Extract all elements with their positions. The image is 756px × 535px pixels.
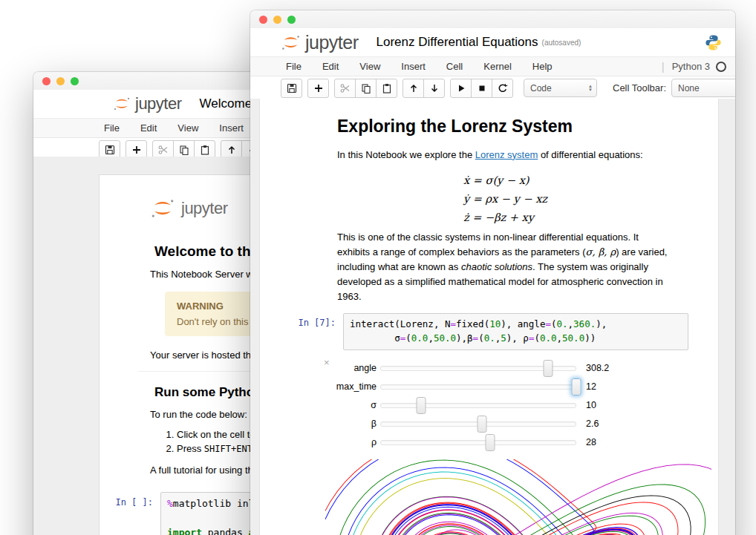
jupyter-wordmark: jupyter <box>305 32 359 53</box>
zoom-window-button[interactable] <box>287 16 296 24</box>
menu-file[interactable]: File <box>276 61 312 72</box>
jupyter-logo[interactable]: jupyter <box>281 32 359 53</box>
add-cell-button[interactable] <box>307 79 329 98</box>
equation-3: ż = −βz + xy <box>463 209 547 227</box>
slider-track[interactable] <box>380 440 576 445</box>
lorenz-system-link[interactable]: Lorenz system <box>475 149 538 160</box>
menu-edit[interactable]: Edit <box>130 122 167 134</box>
paste-icon <box>200 145 210 155</box>
slider-value: 308.2 <box>586 363 609 373</box>
slider-value: 2.6 <box>586 419 599 429</box>
menu-view[interactable]: View <box>349 61 391 72</box>
slider-value: 12 <box>586 381 596 392</box>
slider-handle[interactable] <box>417 397 426 414</box>
front-notebook-window: jupyter Lorenz Differential Equations (a… <box>250 10 735 535</box>
jupyter-wordmark: jupyter <box>135 94 182 114</box>
menu-insert[interactable]: Insert <box>209 122 254 134</box>
arrow-up-icon <box>408 83 419 93</box>
menu-cell[interactable]: Cell <box>436 61 473 72</box>
beta-slider[interactable] <box>380 415 576 433</box>
menu-kernel[interactable]: Kernel <box>473 61 522 72</box>
code-cell[interactable]: In [7]: interact(Lorenz, N=fixed(10), an… <box>260 307 718 353</box>
interactive-widget-area: × angle 308.2 max_time 12 <box>260 353 718 455</box>
refresh-icon <box>498 83 508 93</box>
slider-handle[interactable] <box>485 434 495 451</box>
stop-icon <box>477 83 487 93</box>
copy-icon <box>179 145 189 155</box>
python-logo <box>705 34 722 51</box>
description-paragraph: This is one of the classic systems in no… <box>337 230 674 305</box>
plus-icon <box>131 145 142 155</box>
jupyter-icon <box>150 196 175 221</box>
slider-handle[interactable] <box>543 360 553 377</box>
slider-handle[interactable] <box>478 416 487 433</box>
slider-track[interactable] <box>380 384 576 390</box>
jupyter-icon <box>281 33 301 53</box>
code-input[interactable]: interact(Lorenz, N=fixed(10), angle=(0.,… <box>343 313 688 350</box>
notebook-title[interactable]: Lorenz Differential Equations <box>377 35 538 50</box>
rho-slider[interactable] <box>380 433 576 451</box>
markdown-cell[interactable]: Exploring the Lorenz System In this Note… <box>260 106 718 307</box>
menu-edit[interactable]: Edit <box>312 61 349 72</box>
jupyter-logo[interactable]: jupyter <box>113 94 182 114</box>
cell-prompt: In [7]: <box>270 313 343 328</box>
widget-close-icon[interactable]: × <box>324 358 330 367</box>
plus-icon <box>313 83 324 93</box>
jupyter-wordmark: jupyter <box>181 199 228 218</box>
paste-icon <box>382 83 392 93</box>
arrow-down-icon <box>429 83 440 93</box>
cell-type-select[interactable]: Code ▲▼ <box>524 79 597 97</box>
jupyter-icon <box>113 95 131 113</box>
front-notebook-body: Exploring the Lorenz System In this Note… <box>250 99 735 535</box>
slider-label: angle <box>260 363 377 373</box>
save-button[interactable] <box>281 79 302 98</box>
equation-block: ẋ = σ(y − x) ẏ = ρx − y − xz ż = −βz + x… <box>337 171 674 227</box>
python-icon <box>705 34 722 51</box>
cell-toolbar-select[interactable]: None ▲▼ <box>671 79 735 97</box>
cell-prompt: In [ ]: <box>111 492 160 508</box>
slider-label: β <box>260 419 377 429</box>
equation-1: ẋ = σ(y − x) <box>463 171 547 190</box>
slider-label: σ <box>260 400 377 410</box>
menu-file[interactable]: File <box>94 122 130 134</box>
zoom-window-button[interactable] <box>71 77 79 85</box>
slider-row-max-time: max_time 12 <box>260 378 718 396</box>
menu-view[interactable]: View <box>167 122 209 134</box>
menu-insert[interactable]: Insert <box>391 61 436 72</box>
slider-row-beta: β 2.6 <box>260 415 718 433</box>
scissors-icon <box>340 83 351 93</box>
move-cell-up-button[interactable] <box>403 79 424 98</box>
sigma-slider[interactable] <box>380 396 576 414</box>
angle-slider[interactable] <box>380 359 576 377</box>
slider-label: ρ <box>260 437 377 447</box>
cut-cell-button[interactable] <box>334 79 356 98</box>
copy-cell-button[interactable] <box>355 79 377 98</box>
kernel-name: Python 3 <box>672 61 710 72</box>
slider-handle[interactable] <box>572 378 581 395</box>
front-titlebar[interactable] <box>250 10 735 28</box>
front-menubar: File Edit View Insert Cell Kernel Help |… <box>250 56 735 76</box>
stop-kernel-button[interactable] <box>471 79 492 98</box>
move-cell-down-button[interactable] <box>423 79 445 98</box>
run-cell-button[interactable] <box>450 79 472 98</box>
play-icon <box>456 83 466 93</box>
kernel-status-icon <box>716 62 726 72</box>
max-time-slider[interactable] <box>380 378 576 395</box>
restart-kernel-button[interactable] <box>492 79 513 98</box>
menu-help[interactable]: Help <box>522 61 563 72</box>
scissors-icon <box>158 145 169 155</box>
close-window-button[interactable] <box>42 77 50 85</box>
autosave-status: (autosaved) <box>542 39 581 47</box>
minimize-window-button[interactable] <box>56 77 65 85</box>
cell-toolbar-value: None <box>678 83 735 93</box>
lorenz-attractor-plot <box>325 459 711 535</box>
slider-value: 28 <box>586 437 596 447</box>
kernel-indicator: | Python 3 <box>662 60 726 73</box>
divider: | <box>662 60 665 73</box>
close-window-button[interactable] <box>259 16 267 24</box>
paste-cell-button[interactable] <box>376 79 397 98</box>
lorenz-plot-output <box>325 459 718 535</box>
slider-track[interactable] <box>380 403 576 408</box>
minimize-window-button[interactable] <box>273 16 281 24</box>
front-notebook-header: jupyter Lorenz Differential Equations (a… <box>250 28 735 56</box>
